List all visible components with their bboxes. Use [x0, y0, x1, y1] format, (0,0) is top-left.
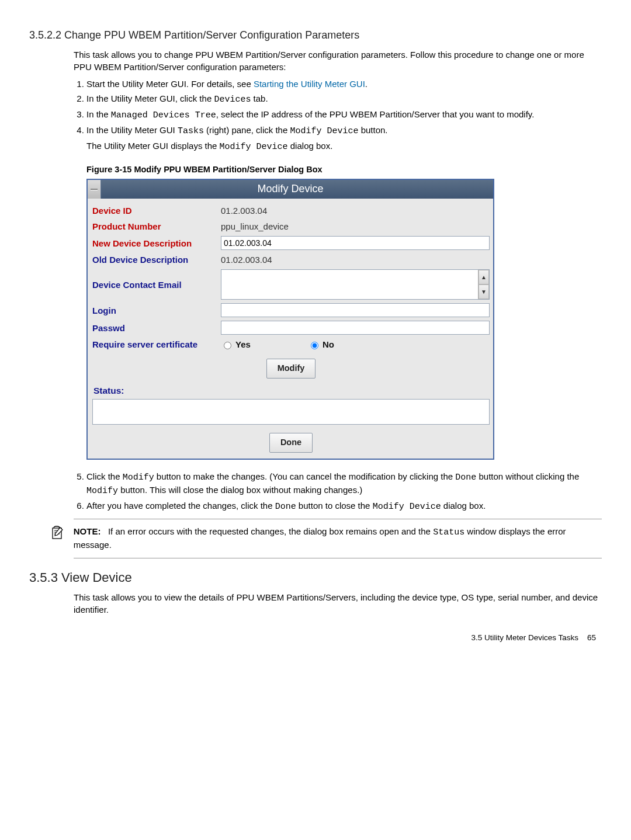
- intro-block: This task allows you to change PPU WBEM …: [74, 48, 602, 513]
- label-old-device-description: Old Device Description: [92, 254, 221, 266]
- code-modify-device-2: Modify Device: [220, 142, 288, 152]
- system-menu-button[interactable]: [88, 180, 101, 199]
- section-3-5-3-body: This task allows you to view the details…: [74, 591, 602, 616]
- label-require-server-certificate: Require server certificate: [92, 338, 221, 350]
- heading-3-5-2-2: 3.5.2.2 Change PPU WBEM Partition/Server…: [29, 29, 602, 41]
- value-old-device-description: 01.02.003.04: [221, 254, 272, 266]
- code-modify-btn-2: Modify: [86, 486, 118, 496]
- procedure-steps: Start the Utility Meter GUI. For details…: [74, 78, 602, 460]
- code-devices: Devices: [214, 95, 251, 105]
- label-login: Login: [92, 304, 221, 317]
- step-2: In the Utility Meter GUI, click the Devi…: [86, 92, 602, 106]
- modify-device-dialog: Modify Device Device ID 01.2.003.04 Prod…: [86, 179, 494, 459]
- radio-yes[interactable]: [224, 342, 231, 349]
- step-1: Start the Utility Meter GUI. For details…: [86, 78, 602, 90]
- dialog-titlebar: Modify Device: [88, 180, 493, 199]
- label-passwd: Passwd: [92, 322, 221, 334]
- label-device-id: Device ID: [92, 204, 221, 217]
- input-passwd[interactable]: [221, 321, 490, 335]
- label-yes: Yes: [235, 338, 251, 350]
- step-6: After you have completed the changes, cl…: [86, 499, 602, 513]
- step-5: Click the Modify button to make the chan…: [86, 470, 602, 497]
- note-icon: [50, 525, 67, 551]
- status-output: [92, 399, 490, 425]
- link-starting-gui[interactable]: Starting the Utility Meter GUI: [254, 79, 365, 89]
- label-product-number: Product Number: [92, 220, 221, 232]
- intro-paragraph: This task allows you to change PPU WBEM …: [74, 48, 602, 73]
- note-label: NOTE:: [74, 526, 101, 536]
- code-done-btn: Done: [455, 473, 476, 483]
- scroll-down-button[interactable]: ▼: [479, 284, 489, 299]
- step-3: In the Managed Devices Tree, select the …: [86, 108, 602, 122]
- label-contact-email: Device Contact Email: [92, 279, 221, 291]
- label-no: No: [323, 338, 334, 350]
- value-product-number: ppu_linux_device: [221, 220, 289, 232]
- modify-button[interactable]: Modify: [266, 359, 316, 378]
- heading-3-5-3: 3.5.3 View Device: [29, 570, 602, 585]
- code-managed-devices-tree: Managed Devices Tree: [111, 110, 216, 120]
- code-modify-btn: Modify: [123, 473, 154, 483]
- textarea-contact-email[interactable]: [221, 270, 478, 299]
- done-button[interactable]: Done: [269, 433, 313, 452]
- procedure-steps-cont: Click the Modify button to make the chan…: [74, 470, 602, 513]
- note-block: NOTE: If an error occurs with the reques…: [74, 519, 602, 558]
- textarea-scrollbar[interactable]: ▲ ▼: [478, 270, 489, 299]
- code-modify-device: Modify Device: [290, 126, 358, 136]
- page-footer: 3.5 Utility Meter Devices Tasks 65: [29, 633, 602, 642]
- code-modify-device-3: Modify Device: [373, 502, 441, 512]
- code-done-btn-2: Done: [275, 502, 296, 512]
- radio-no[interactable]: [311, 342, 318, 349]
- footer-section: 3.5 Utility Meter Devices Tasks: [471, 633, 578, 642]
- footer-page-number: 65: [587, 633, 596, 642]
- figure-caption: Figure 3-15 Modify PPU WBEM Partition/Se…: [86, 164, 602, 175]
- status-label: Status:: [93, 384, 490, 397]
- dialog-title: Modify Device: [257, 183, 323, 195]
- value-device-id: 01.2.003.04: [221, 204, 267, 217]
- step-4: In the Utility Meter GUI Tasks (right) p…: [86, 124, 602, 460]
- code-status: Status: [433, 527, 464, 537]
- code-tasks: Tasks: [178, 126, 204, 136]
- label-new-device-description: New Device Description: [92, 237, 221, 249]
- scroll-up-button[interactable]: ▲: [479, 270, 489, 284]
- input-login[interactable]: [221, 303, 490, 317]
- input-new-device-description[interactable]: [221, 236, 490, 250]
